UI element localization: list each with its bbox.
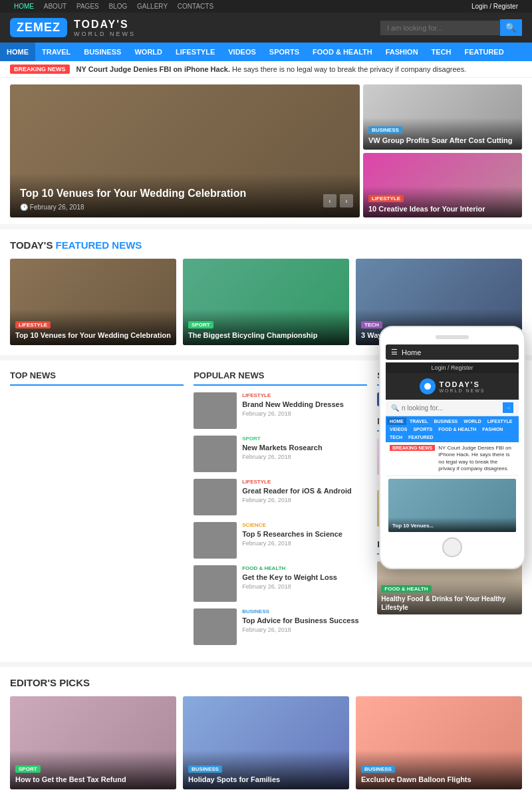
hero-side-card-1[interactable]: BUSINESS VW Group Profits Soar After Cos… — [363, 84, 522, 150]
popular-info-0: LIFESTYLE Brand New Wedding Dresses Febr… — [242, 392, 344, 417]
site-name-big: TODAY'S — [74, 19, 136, 31]
popular-img-5 — [194, 608, 237, 645]
popular-title-2[interactable]: Great Reader for iOS & Android — [242, 486, 352, 495]
popular-info-1: SPORT New Markets Rosearch February 26, … — [242, 436, 322, 460]
mobile-nav-travel[interactable]: TRAVEL — [407, 418, 430, 425]
mobile-hamburger-icon[interactable]: ☰ — [391, 348, 398, 356]
popular-date-3: February 26, 2018 — [242, 540, 342, 547]
hero-main-card[interactable]: Top 10 Venues for Your Wedding Celebrati… — [10, 84, 360, 217]
popular-item-3: SCIENCE Top 5 Researches in Science Febr… — [194, 522, 367, 559]
topbar: HOME ABOUT PAGES BLOG GALLERY CONTACTS L… — [0, 0, 532, 13]
mobile-nav-fashion[interactable]: FASHION — [479, 426, 505, 433]
mobile-login-bar: Login / Register — [386, 362, 519, 373]
popular-cat-5: BUSINESS — [242, 608, 358, 614]
editors-card-1[interactable]: BUSINESS Holiday Spots for Families — [183, 696, 349, 789]
nav-videos[interactable]: VIDEOS — [221, 43, 263, 61]
nav-world[interactable]: WORLD — [128, 43, 169, 61]
hero-prev[interactable]: ‹ — [323, 194, 336, 207]
hero-side-overlay-2: LIFESTYLE 10 Creative Ideas for Your Int… — [363, 186, 522, 217]
featur-card[interactable]: FOOD & HEALTH Healthy Food & Drinks for … — [377, 561, 522, 614]
editors-card-0[interactable]: SPORT How to Get the Best Tax Refund — [10, 696, 176, 789]
popular-title-3[interactable]: Top 5 Researches in Science — [242, 529, 342, 539]
mobile-search-input[interactable] — [402, 404, 503, 412]
topbar-link-blog[interactable]: BLOG — [109, 3, 128, 10]
mobile-nav-lifestyle[interactable]: LIFESTYLE — [485, 418, 515, 425]
hero-side-cat-2: LIFESTYLE — [368, 195, 404, 202]
editors-title-0: How to Get the Best Tax Refund — [15, 775, 171, 784]
mobile-nav-featured[interactable]: FEATURED — [406, 434, 436, 441]
popular-cat-2: LIFESTYLE — [242, 479, 352, 485]
col-top-news: TOP NEWS SPORT Rock Climbing Gear for Yo… — [10, 370, 184, 652]
editors-card-2[interactable]: BUSINESS Exclusive Dawn Balloon Flights — [356, 696, 522, 789]
mobile-nav-world[interactable]: WORLD — [461, 418, 483, 425]
editors-title: EDITOR'S PICKS — [10, 677, 522, 688]
mobile-nav-business[interactable]: BUSINESS — [431, 418, 460, 425]
featured-overlay-1: SPORT The Biggest Bicycling Championship — [183, 309, 349, 345]
hero-side-overlay-1: BUSINESS VW Group Profits Soar After Cos… — [363, 118, 522, 149]
popular-title-0[interactable]: Brand New Wedding Dresses — [242, 400, 344, 409]
col-popular-title: POPULAR NEWS — [194, 370, 367, 386]
topbar-link-pages[interactable]: PAGES — [76, 3, 99, 10]
featured-card-1[interactable]: SPORT The Biggest Bicycling Championship — [183, 259, 349, 345]
popular-cat-1: SPORT — [242, 436, 322, 442]
popular-item-0: LIFESTYLE Brand New Wedding Dresses Febr… — [194, 392, 367, 429]
hero-nav: ‹ › — [323, 194, 353, 207]
popular-info-4: FOOD & HEALTH Get the Key to Weight Loss… — [242, 565, 337, 590]
mobile-nav-videos[interactable]: VIDEOS — [387, 426, 410, 433]
mobile-nav-home[interactable]: HOME — [387, 418, 406, 425]
mobile-nav-tech[interactable]: TECH — [387, 434, 405, 441]
editors-cat-0: SPORT — [15, 765, 41, 773]
featured-cat-1: SPORT — [188, 321, 213, 329]
mobile-nav-sports[interactable]: SPORTS — [410, 426, 435, 433]
nav-featured[interactable]: FEATURED — [458, 43, 511, 61]
popular-title-4[interactable]: Get the Key to Weight Loss — [242, 573, 337, 582]
editors-grid: SPORT How to Get the Best Tax Refund BUS… — [10, 696, 522, 789]
hero-side-cat-1: BUSINESS — [368, 126, 402, 134]
nav-home[interactable]: HOME — [0, 43, 35, 61]
popular-cat-4: FOOD & HEALTH — [242, 565, 337, 571]
hero-date: 🕑 February 26, 2018 — [20, 203, 350, 211]
nav-tech[interactable]: TECH — [425, 43, 458, 61]
mobile-home-button[interactable] — [442, 537, 462, 557]
hero-side-card-2[interactable]: LIFESTYLE 10 Creative Ideas for Your Int… — [363, 153, 522, 218]
editors-overlay-2: BUSINESS Exclusive Dawn Balloon Flights — [356, 750, 522, 789]
mobile-search: 🔍 → — [386, 400, 519, 416]
nav-food[interactable]: FOOD & HEALTH — [306, 43, 379, 61]
breaking-news-bar: BREAKING NEWS NY Court Judge Denies FBI … — [0, 61, 532, 78]
nav-business[interactable]: BUSINESS — [77, 43, 128, 61]
mobile-breaking-badge: BREAKING NEWS — [390, 445, 435, 451]
popular-title-5[interactable]: Top Advice for Business Success — [242, 616, 358, 625]
featured-card-0[interactable]: LIFESTYLE Top 10 Venues for Your Wedding… — [10, 259, 176, 345]
popular-info-3: SCIENCE Top 5 Researches in Science Febr… — [242, 522, 342, 547]
popular-date-0: February 26, 2018 — [242, 410, 344, 417]
nav-travel[interactable]: TRAVEL — [35, 43, 77, 61]
main-nav: HOME TRAVEL BUSINESS WORLD LIFESTYLE VID… — [0, 43, 532, 61]
popular-title-1[interactable]: New Markets Rosearch — [242, 443, 322, 452]
topbar-link-home[interactable]: HOME — [14, 3, 34, 10]
topbar-link-about[interactable]: ABOUT — [44, 3, 66, 10]
popular-date-4: February 26, 2018 — [242, 583, 337, 590]
topbar-link-gallery[interactable]: GALLERY — [137, 3, 168, 10]
logo-badge: ZEMEZ — [10, 18, 67, 37]
breaking-badge: BREAKING NEWS — [10, 65, 70, 74]
topbar-link-contacts[interactable]: CONTACTS — [178, 3, 213, 10]
nav-sports[interactable]: SPORTS — [263, 43, 306, 61]
login-link[interactable]: Login / Register — [471, 3, 518, 10]
mobile-article-img[interactable]: Top 10 Venues... — [388, 479, 516, 532]
popular-img-2 — [194, 479, 237, 515]
hero-overlay: Top 10 Venues for Your Wedding Celebrati… — [10, 174, 360, 217]
mobile-nav-food[interactable]: FOOD & HEALTH — [436, 426, 479, 433]
popular-date-2: February 26, 2018 — [242, 497, 352, 503]
featur-title: Healthy Food & Drinks for Your Healthy L… — [381, 595, 518, 612]
col-popular: POPULAR NEWS LIFESTYLE Brand New Wedding… — [194, 370, 367, 652]
mobile-breaking: BREAKING NEWS NY Court Judge Denies FBI … — [386, 442, 519, 476]
search-button[interactable]: 🔍 — [500, 19, 522, 36]
nav-fashion[interactable]: FASHION — [379, 43, 425, 61]
mobile-search-button[interactable]: → — [503, 402, 513, 413]
nav-lifestyle[interactable]: LIFESTYLE — [169, 43, 221, 61]
hero-next[interactable]: › — [340, 194, 353, 207]
hero-title: Top 10 Venues for Your Wedding Celebrati… — [20, 187, 350, 201]
popular-cat-0: LIFESTYLE — [242, 392, 344, 398]
search-input[interactable] — [380, 21, 500, 35]
mobile-article-overlay: Top 10 Venues... — [388, 517, 516, 532]
